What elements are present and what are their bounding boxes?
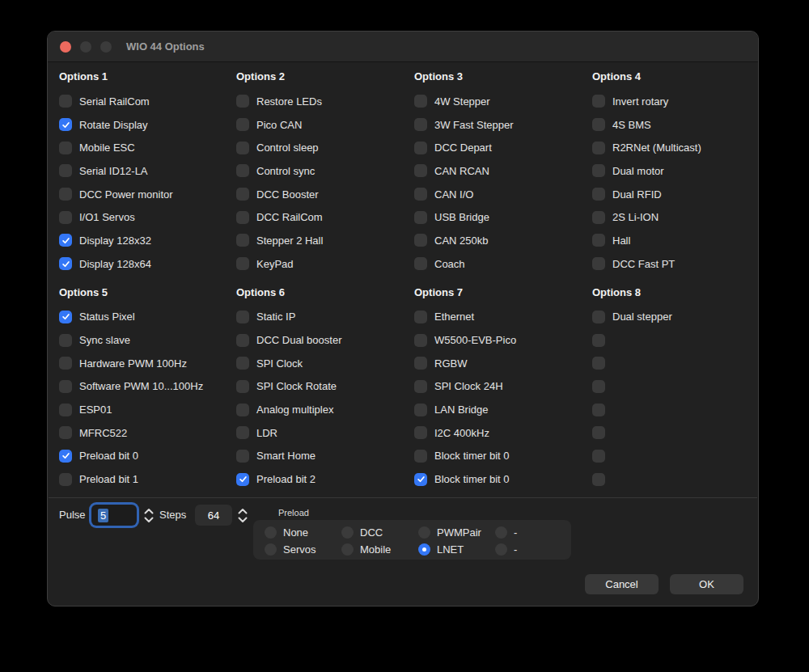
checkbox[interactable] xyxy=(236,334,249,347)
checkbox[interactable] xyxy=(59,426,72,439)
checkbox[interactable] xyxy=(236,357,249,370)
checkbox[interactable] xyxy=(414,164,427,177)
chevron-up-icon[interactable] xyxy=(144,508,154,514)
pulse-input[interactable]: 5 xyxy=(91,505,137,526)
checkbox[interactable] xyxy=(592,234,605,247)
radio-item: None xyxy=(265,524,341,541)
checkbox-checked[interactable] xyxy=(236,473,249,486)
checkbox[interactable] xyxy=(592,311,605,323)
options-group: Options 8Dual stepper xyxy=(592,286,748,492)
radio[interactable] xyxy=(418,526,430,539)
checkbox-label: Coach xyxy=(434,258,465,270)
checkbox[interactable] xyxy=(59,380,72,393)
cancel-button[interactable]: Cancel xyxy=(585,574,659,594)
checkbox[interactable] xyxy=(236,188,249,201)
checkbox[interactable] xyxy=(414,188,427,201)
checkbox[interactable] xyxy=(236,118,249,131)
chevron-up-icon[interactable] xyxy=(238,508,248,514)
checkbox[interactable] xyxy=(592,426,605,439)
checkbox-label: Preload bit 0 xyxy=(79,450,138,462)
checkbox[interactable] xyxy=(592,404,605,416)
maximize-icon[interactable] xyxy=(100,41,112,53)
checkbox[interactable] xyxy=(59,95,72,108)
checkbox[interactable] xyxy=(236,380,249,393)
radio[interactable] xyxy=(265,543,277,556)
checkbox[interactable] xyxy=(236,164,249,177)
checkbox[interactable] xyxy=(59,142,72,154)
radio[interactable] xyxy=(265,526,277,539)
checkbox[interactable] xyxy=(236,426,249,439)
checkbox[interactable] xyxy=(592,95,605,108)
checkbox-row: 3W Fast Stepper xyxy=(414,113,592,137)
checkbox[interactable] xyxy=(592,257,605,270)
checkbox[interactable] xyxy=(414,404,427,416)
steps-stepper[interactable] xyxy=(237,505,248,526)
checkbox-row: MFRC522 xyxy=(59,421,236,445)
checkmark-icon xyxy=(239,475,248,484)
checkbox[interactable] xyxy=(592,118,605,131)
checkbox[interactable] xyxy=(414,380,427,393)
checkbox[interactable] xyxy=(414,257,427,270)
checkbox[interactable] xyxy=(592,473,605,486)
checkmark-icon xyxy=(61,312,70,321)
checkbox[interactable] xyxy=(414,118,427,131)
checkbox-checked[interactable] xyxy=(414,473,427,486)
pulse-stepper[interactable] xyxy=(143,505,155,526)
titlebar[interactable]: WIO 44 Options xyxy=(48,32,758,62)
checkbox[interactable] xyxy=(236,404,249,416)
checkbox[interactable] xyxy=(414,334,427,347)
checkbox[interactable] xyxy=(414,311,427,323)
checkbox[interactable] xyxy=(414,142,427,154)
checkbox[interactable] xyxy=(59,164,72,177)
radio[interactable] xyxy=(495,526,507,539)
checkbox[interactable] xyxy=(59,473,72,486)
checkbox-label: CAN RCAN xyxy=(434,165,489,177)
checkbox[interactable] xyxy=(236,311,249,323)
checkbox-checked[interactable] xyxy=(59,450,72,463)
minimize-icon[interactable] xyxy=(80,41,91,53)
checkbox[interactable] xyxy=(592,357,605,370)
radio[interactable] xyxy=(341,543,354,556)
checkbox[interactable] xyxy=(236,211,249,224)
checkbox[interactable] xyxy=(592,142,605,154)
checkbox-checked[interactable] xyxy=(59,118,72,131)
checkbox[interactable] xyxy=(592,450,605,463)
checkbox-label: MFRC522 xyxy=(79,427,127,439)
checkbox-checked[interactable] xyxy=(59,234,72,247)
checkbox[interactable] xyxy=(236,450,249,463)
checkbox[interactable] xyxy=(236,234,249,247)
steps-input[interactable]: 64 xyxy=(195,505,232,526)
steps-value: 64 xyxy=(208,509,219,522)
chevron-down-icon[interactable] xyxy=(238,517,248,523)
checkbox[interactable] xyxy=(414,234,427,247)
checkbox[interactable] xyxy=(414,450,427,463)
checkbox[interactable] xyxy=(236,95,249,108)
chevron-down-icon[interactable] xyxy=(144,517,154,523)
checkbox[interactable] xyxy=(592,380,605,393)
checkbox[interactable] xyxy=(414,426,427,439)
group-title: Options 7 xyxy=(414,286,592,302)
checkbox[interactable] xyxy=(592,211,605,224)
ok-button[interactable]: OK xyxy=(670,574,743,594)
close-icon[interactable] xyxy=(60,41,71,53)
checkbox[interactable] xyxy=(59,188,72,201)
group-title: Options 2 xyxy=(236,70,414,87)
checkbox[interactable] xyxy=(59,404,72,416)
radio[interactable] xyxy=(341,526,354,539)
checkbox[interactable] xyxy=(414,211,427,224)
checkbox-row: Rotate Display xyxy=(59,113,236,137)
checkbox[interactable] xyxy=(236,142,249,154)
checkbox[interactable] xyxy=(236,257,249,270)
checkbox-checked[interactable] xyxy=(59,257,72,270)
checkbox[interactable] xyxy=(59,357,72,370)
radio[interactable] xyxy=(495,543,507,556)
checkbox[interactable] xyxy=(592,188,605,201)
checkbox[interactable] xyxy=(59,211,72,224)
checkbox[interactable] xyxy=(414,357,427,370)
radio-selected[interactable] xyxy=(418,543,430,556)
checkbox[interactable] xyxy=(592,164,605,177)
checkbox[interactable] xyxy=(414,95,427,108)
checkbox[interactable] xyxy=(592,334,605,347)
checkbox-checked[interactable] xyxy=(59,311,72,323)
checkbox[interactable] xyxy=(59,334,72,347)
